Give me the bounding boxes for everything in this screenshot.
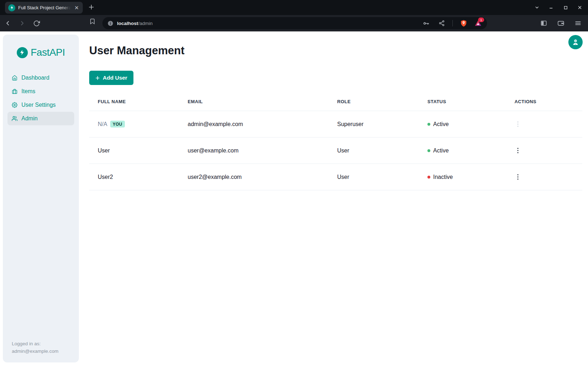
cell-status: Inactive xyxy=(419,174,506,180)
status-dot xyxy=(427,176,430,179)
cell-actions xyxy=(506,172,582,182)
you-badge: YOU xyxy=(110,121,125,127)
status-dot xyxy=(427,149,430,152)
share-icon[interactable] xyxy=(437,18,447,28)
table-row: User user@example.com User Active xyxy=(89,137,582,164)
row-actions-menu-button[interactable] xyxy=(514,119,521,129)
sidebar-item-user-settings[interactable]: User Settings xyxy=(7,98,74,112)
gear-icon xyxy=(12,102,17,108)
sidebar: FastAPI Dashboard Items xyxy=(3,35,79,362)
url-bar[interactable]: localhost/admin 1 xyxy=(102,17,487,29)
header-actions: ACTIONS xyxy=(506,99,582,104)
header-status: STATUS xyxy=(419,99,506,104)
tab-close-icon[interactable]: ✕ xyxy=(74,4,80,11)
row-actions-menu-button[interactable] xyxy=(514,146,521,155)
add-user-label: Add User xyxy=(103,75,127,81)
fastapi-favicon-icon xyxy=(8,4,15,11)
cell-status: Active xyxy=(419,147,506,154)
sidebar-nav: Dashboard Items User Settings xyxy=(3,71,79,125)
sidebar-item-admin[interactable]: Admin xyxy=(7,112,74,125)
back-icon[interactable] xyxy=(3,18,13,28)
cell-full-name: User2 xyxy=(89,174,179,180)
urlbar-actions: 1 xyxy=(421,18,482,28)
page-title: User Management xyxy=(89,44,184,57)
cell-role: User xyxy=(329,147,419,154)
full-name-value: N/A xyxy=(98,121,107,127)
wallet-icon[interactable] xyxy=(556,18,566,28)
brave-rewards-icon[interactable]: 1 xyxy=(474,19,482,27)
sidebar-item-label: User Settings xyxy=(21,102,56,108)
cell-email: user2@example.com xyxy=(179,174,329,180)
cell-actions xyxy=(506,119,582,129)
user-avatar-icon xyxy=(572,38,579,46)
header-role: ROLE xyxy=(329,99,419,104)
fastapi-logo-icon xyxy=(17,47,28,58)
full-name-value: User xyxy=(98,147,110,154)
header-email: EMAIL xyxy=(179,99,329,104)
site-info-icon[interactable] xyxy=(107,20,113,26)
tab-title-fade xyxy=(62,5,71,10)
fastapi-logo[interactable]: FastAPI xyxy=(3,47,79,58)
maximize-button[interactable] xyxy=(561,3,570,12)
table-row: N/A YOU admin@example.com Superuser Acti… xyxy=(89,111,582,137)
sidebar-item-label: Items xyxy=(21,88,35,95)
sidebar-item-label: Admin xyxy=(21,115,37,122)
toolbar-right xyxy=(539,15,583,31)
users-icon xyxy=(12,116,17,121)
table-row: User2 user2@example.com User Inactive xyxy=(89,164,582,190)
cell-role: Superuser xyxy=(329,121,419,127)
url-path: /admin xyxy=(138,21,153,26)
row-actions-menu-button[interactable] xyxy=(514,172,521,182)
menu-hamburger-icon[interactable] xyxy=(573,18,583,28)
logged-in-email: admin@example.com xyxy=(12,348,59,355)
password-key-icon[interactable] xyxy=(421,18,431,28)
tab-search-chevron-icon[interactable] xyxy=(532,3,542,12)
plus-icon xyxy=(95,76,100,80)
status-label: Active xyxy=(433,121,449,127)
rewards-badge: 1 xyxy=(478,17,484,22)
reload-icon[interactable] xyxy=(31,18,41,28)
fastapi-logo-text: FastAPI xyxy=(31,47,65,58)
minimize-button[interactable] xyxy=(547,3,556,12)
sidebar-item-items[interactable]: Items xyxy=(7,85,74,98)
logged-in-footer: Logged in as: admin@example.com xyxy=(12,340,59,355)
tab-title: Full Stack Project Genera xyxy=(18,5,71,10)
browser-tab-bar: Full Stack Project Genera ✕ xyxy=(0,0,588,15)
header-full-name: FULL NAME xyxy=(89,99,179,104)
new-tab-button[interactable] xyxy=(88,4,95,12)
table-header-row: FULL NAME EMAIL ROLE STATUS ACTIONS xyxy=(89,92,582,111)
cell-full-name: N/A YOU xyxy=(89,121,179,127)
user-menu-avatar-button[interactable] xyxy=(568,35,583,49)
bookmark-icon[interactable] xyxy=(89,18,96,26)
sidebar-panel-icon[interactable] xyxy=(539,18,549,28)
status-label: Inactive xyxy=(433,174,453,180)
divider xyxy=(452,20,453,26)
sidebar-item-label: Dashboard xyxy=(21,75,49,81)
page-content: FastAPI Dashboard Items xyxy=(0,31,588,366)
cell-email: user@example.com xyxy=(179,147,329,154)
sidebar-item-dashboard[interactable]: Dashboard xyxy=(7,71,74,85)
cell-email: admin@example.com xyxy=(179,121,329,127)
status-dot xyxy=(427,123,430,126)
forward-icon[interactable] xyxy=(17,18,27,28)
users-table: FULL NAME EMAIL ROLE STATUS ACTIONS N/A … xyxy=(89,92,582,190)
add-user-button[interactable]: Add User xyxy=(89,71,133,85)
home-icon xyxy=(12,75,17,81)
browser-window: Full Stack Project Genera ✕ xyxy=(0,0,588,366)
cell-role: User xyxy=(329,174,419,180)
status-label: Active xyxy=(433,147,449,154)
logged-in-label: Logged in as: xyxy=(12,340,59,348)
cell-full-name: User xyxy=(89,147,179,154)
brave-shield-icon[interactable] xyxy=(458,18,468,28)
briefcase-icon xyxy=(12,89,17,94)
close-window-button[interactable] xyxy=(575,3,584,12)
full-name-value: User2 xyxy=(98,174,113,180)
window-controls xyxy=(532,0,584,15)
cell-actions xyxy=(506,146,582,155)
url-text[interactable]: localhost/admin xyxy=(117,21,153,26)
browser-tab[interactable]: Full Stack Project Genera ✕ xyxy=(5,2,83,14)
cell-status: Active xyxy=(419,121,506,127)
nav-buttons xyxy=(3,15,41,31)
